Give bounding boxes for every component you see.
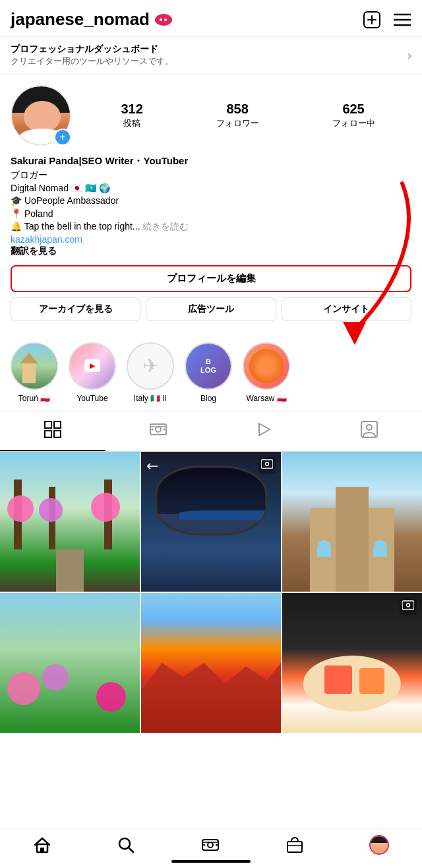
header-actions [363, 11, 411, 29]
tab-reels[interactable] [106, 412, 211, 451]
username-label: japanese_nomad [11, 9, 150, 30]
svg-rect-24 [40, 848, 44, 852]
dashboard-text: プロフェッショナルダッシュボード クリエイター用のツールやリソースです。 [11, 44, 173, 67]
followers-stat[interactable]: 858 フォロワー [216, 102, 259, 129]
reels-icon [150, 421, 167, 442]
stats-row: 312 投稿 858 フォロワー 625 フォロー中 [84, 102, 411, 129]
highlight-youtube[interactable]: ▶ YouTube [69, 342, 116, 403]
bio-line1: Digital Nomad 🇯🇵 🇰🇿 🌍 [11, 182, 411, 195]
posts-label: 投稿 [123, 118, 140, 128]
highlight-italy[interactable]: ✈ Italy 🇮🇹 II [127, 342, 174, 403]
message-dot-icon[interactable] [155, 14, 172, 26]
person-tag-icon [361, 421, 378, 442]
grid-item-1[interactable] [0, 452, 140, 592]
nav-avatar [369, 835, 389, 855]
svg-point-28 [208, 842, 213, 848]
svg-rect-7 [45, 421, 51, 428]
following-count: 625 [332, 102, 375, 117]
dashboard-banner[interactable]: プロフェッショナルダッシュボード クリエイター用のツールやリソースです。 › [0, 37, 422, 75]
highlights-section: Toruń 🇵🇱 ▶ YouTube ✈ Italy 🇮🇹 II BLOG [0, 337, 422, 412]
nav-reels[interactable] [201, 836, 220, 854]
reels-nav-icon [201, 836, 220, 854]
bio-occupation: ブロガー [11, 169, 411, 182]
svg-point-12 [156, 427, 161, 432]
translate-button[interactable]: 翻訳を見る [11, 245, 411, 257]
bio-section: Sakurai Panda|SEO Writer・YouTuber ブロガー D… [11, 155, 411, 257]
photo-grid: ↙ [0, 452, 422, 733]
nav-search[interactable] [117, 836, 135, 854]
archive-button[interactable]: アーカイブを見る [11, 297, 140, 321]
app-header: japanese_nomad [0, 0, 422, 37]
insights-button[interactable]: インサイト [282, 297, 411, 321]
dashboard-title: プロフェッショナルダッシュボード [11, 44, 173, 55]
highlight-label-blog: Blog [200, 394, 216, 403]
nav-profile[interactable] [369, 835, 389, 855]
svg-rect-10 [54, 431, 61, 437]
nav-shop[interactable] [286, 836, 304, 854]
tab-tagged[interactable] [316, 412, 422, 451]
chevron-right-icon: › [407, 49, 411, 63]
home-icon [33, 836, 51, 854]
svg-point-18 [367, 425, 372, 430]
svg-rect-19 [261, 460, 273, 468]
reel-badge-6 [400, 598, 417, 615]
edit-profile-button[interactable]: プロフィールを編集 [11, 265, 411, 292]
svg-rect-32 [287, 842, 302, 852]
highlight-blog[interactable]: BLOG Blog [185, 342, 232, 403]
svg-rect-8 [54, 421, 61, 428]
add-post-button[interactable] [363, 11, 381, 29]
add-story-button[interactable]: + [54, 129, 71, 146]
svg-point-20 [266, 462, 269, 466]
highlight-warsaw[interactable]: Warsaw 🇵🇱 [243, 342, 290, 403]
svg-rect-21 [402, 601, 414, 609]
home-bar [171, 860, 251, 863]
home-indicator [0, 857, 422, 868]
followers-label: フォロワー [216, 118, 259, 128]
bio-line3: 📍 Poland [11, 208, 411, 221]
hamburger-menu-button[interactable] [393, 11, 411, 29]
svg-point-14 [164, 428, 166, 430]
tab-bar [0, 412, 422, 452]
tab-clips[interactable] [211, 412, 316, 451]
highlight-torun[interactable]: Toruń 🇵🇱 [11, 342, 58, 403]
highlight-circle-youtube: ▶ [69, 342, 116, 390]
svg-point-29 [203, 844, 205, 846]
grid-item-5[interactable] [141, 593, 281, 733]
followers-count: 858 [216, 102, 259, 117]
avatar-wrap: + [11, 85, 71, 146]
svg-point-13 [152, 428, 154, 430]
tab-grid[interactable] [0, 412, 106, 451]
svg-point-30 [216, 844, 218, 846]
grid-item-3[interactable] [282, 452, 422, 592]
svg-rect-9 [45, 431, 51, 437]
profile-section: + 312 投稿 858 フォロワー 625 フォロー中 Sakurai Pan… [0, 75, 422, 337]
highlight-circle-italy: ✈ [127, 342, 174, 390]
ad-tools-button[interactable]: 広告ツール [146, 297, 276, 321]
reel-badge-2 [258, 457, 276, 474]
bio-line2: 🎓 UoPeople Ambassador [11, 195, 411, 208]
profile-top: + 312 投稿 858 フォロワー 625 フォロー中 [11, 85, 411, 146]
highlight-label-italy: Italy 🇮🇹 II [134, 394, 167, 403]
svg-line-26 [129, 848, 133, 852]
display-name: Sakurai Panda|SEO Writer・YouTuber [11, 155, 411, 168]
highlight-circle-torun [11, 342, 58, 390]
highlight-label-youtube: YouTube [76, 394, 107, 403]
search-nav-icon [117, 836, 135, 854]
highlight-circle-warsaw [243, 342, 290, 390]
svg-point-22 [407, 604, 410, 607]
svg-marker-16 [259, 423, 270, 435]
highlight-label-warsaw: Warsaw 🇵🇱 [246, 394, 286, 403]
posts-count: 312 [121, 102, 142, 117]
highlight-circle-blog: BLOG [185, 342, 232, 390]
grid-item-4[interactable] [0, 593, 140, 733]
highlight-label-torun: Toruń 🇵🇱 [18, 394, 50, 403]
bio-link[interactable]: kazakhjapan.com [11, 234, 82, 245]
grid-item-6[interactable] [282, 593, 422, 733]
continue-reading[interactable]: 続きを読む [142, 221, 189, 232]
posts-stat[interactable]: 312 投稿 [121, 102, 142, 129]
dashboard-subtitle: クリエイター用のツールやリソースです。 [11, 55, 173, 67]
grid-item-2[interactable]: ↙ [141, 452, 281, 592]
following-stat[interactable]: 625 フォロー中 [332, 102, 375, 129]
bio-line4: 🔔 Tap the bell in the top right... 続きを読む [11, 220, 411, 233]
nav-home[interactable] [33, 836, 51, 854]
